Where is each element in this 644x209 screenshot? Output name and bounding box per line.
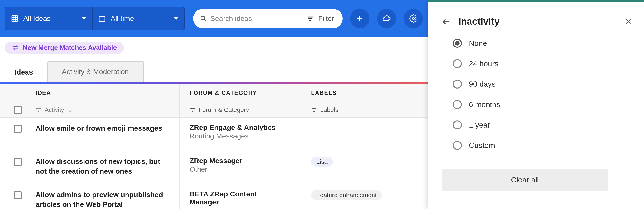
radio-icon <box>453 100 462 109</box>
select-all-checkbox[interactable] <box>14 106 22 114</box>
table-filter-row: Activity Forum & Category Labels <box>0 102 428 118</box>
clear-all-button[interactable]: Clear all <box>442 169 608 191</box>
radio-label: 1 year <box>469 121 490 129</box>
radio-option-90-days[interactable]: 90 days <box>453 80 630 89</box>
activity-label: Activity <box>44 106 64 114</box>
swap-icon <box>12 44 19 51</box>
svg-rect-26 <box>313 111 315 112</box>
radio-option-none[interactable]: None <box>453 39 630 48</box>
labels-filter-label: Labels <box>320 106 338 114</box>
add-button[interactable] <box>350 9 370 28</box>
filter-button[interactable]: Filter <box>298 9 343 28</box>
settings-button[interactable] <box>404 9 423 28</box>
grid-icon <box>11 15 18 22</box>
svg-rect-25 <box>312 110 315 110</box>
table-header-row: IDEA FORUM & CATEGORY LABELS <box>0 84 428 102</box>
svg-point-16 <box>412 17 414 20</box>
row-checkbox[interactable] <box>14 158 22 166</box>
close-button[interactable] <box>624 18 632 26</box>
search-filter-pill: Filter <box>193 9 343 28</box>
panel-header: Inactivity <box>428 2 644 36</box>
radio-option-6-months[interactable]: 6 months <box>453 100 630 109</box>
search-input[interactable] <box>210 15 291 23</box>
cloud-icon <box>382 14 391 23</box>
svg-rect-12 <box>308 18 312 19</box>
search-icon <box>200 15 207 22</box>
svg-rect-17 <box>36 108 40 109</box>
all-ideas-dropdown[interactable]: All Ideas <box>5 7 92 30</box>
radio-option-1-year[interactable]: 1 year <box>453 120 630 129</box>
tab-ideas-label: Ideas <box>15 68 33 76</box>
table-row[interactable]: Allow smile or frown emoji messages ZRep… <box>0 118 428 151</box>
svg-rect-0 <box>12 16 18 21</box>
radio-label: None <box>469 39 487 48</box>
tab-activity-moderation[interactable]: Activity & Moderation <box>48 61 144 82</box>
close-icon <box>624 18 632 26</box>
radio-icon <box>453 141 462 150</box>
tab-bar: Ideas Activity & Moderation <box>0 61 179 82</box>
back-button[interactable] <box>442 17 450 26</box>
search-section[interactable] <box>193 9 298 28</box>
chevron-down-icon <box>82 17 86 20</box>
forum-category: Routing Messages <box>190 132 288 140</box>
all-time-dropdown[interactable]: All time <box>92 7 184 30</box>
radio-label: 90 days <box>469 80 496 89</box>
calendar-icon <box>98 15 106 22</box>
filter-icon <box>36 107 41 113</box>
radio-icon <box>453 39 462 48</box>
svg-rect-21 <box>190 108 194 109</box>
filter-icon <box>307 15 314 22</box>
row-checkbox[interactable] <box>14 125 22 132</box>
forum-filter[interactable]: Forum & Category <box>179 102 298 117</box>
gear-icon <box>409 15 418 23</box>
all-ideas-label: All Ideas <box>23 15 50 23</box>
merge-banner-label: New Merge Matches Available <box>23 44 117 52</box>
svg-rect-23 <box>192 111 193 112</box>
svg-rect-5 <box>99 16 105 21</box>
radio-label: 6 months <box>469 100 500 109</box>
svg-rect-13 <box>310 20 311 21</box>
svg-rect-19 <box>38 111 39 112</box>
forum-category: Other <box>190 165 288 173</box>
all-time-label: All time <box>110 15 134 23</box>
view-dropdown-group: All Ideas All time <box>5 7 184 30</box>
label-chip[interactable]: Lisa <box>311 157 333 167</box>
inactivity-options: None 24 hours 90 days 6 months 1 year Cu… <box>428 36 644 159</box>
merge-banner-area: New Merge Matches Available <box>0 37 428 59</box>
activity-sort[interactable]: Activity <box>36 102 179 117</box>
svg-rect-18 <box>37 110 40 110</box>
label-chip[interactable]: Feature enhancement <box>311 190 382 200</box>
radio-label: Custom <box>469 141 495 150</box>
svg-rect-11 <box>308 16 313 17</box>
table-row[interactable]: Allow admins to preview unpublished arti… <box>0 184 428 209</box>
svg-rect-24 <box>312 108 316 109</box>
tab-ideas[interactable]: Ideas <box>0 62 48 82</box>
svg-rect-22 <box>191 110 194 110</box>
radio-option-24-hours[interactable]: 24 hours <box>453 59 630 68</box>
panel-title: Inactivity <box>458 16 616 27</box>
cloud-button[interactable] <box>377 9 396 28</box>
top-toolbar: All Ideas All time Filter <box>0 0 428 37</box>
filter-icon <box>190 107 195 113</box>
labels-filter[interactable]: Labels <box>298 102 427 117</box>
th-idea: IDEA <box>36 90 51 96</box>
forum-name: ZRep Engage & Analytics <box>190 123 288 132</box>
filter-label: Filter <box>318 15 334 23</box>
svg-point-9 <box>201 16 205 20</box>
merge-matches-pill[interactable]: New Merge Matches Available <box>5 42 124 54</box>
filter-icon <box>311 107 317 113</box>
ideas-table: IDEA FORUM & CATEGORY LABELS Activity Fo… <box>0 84 428 209</box>
arrow-down-icon <box>68 107 72 113</box>
radio-icon <box>453 80 462 89</box>
idea-title: Allow smile or frown emoji messages <box>36 123 170 133</box>
row-checkbox[interactable] <box>14 191 22 199</box>
inactivity-panel: Inactivity None 24 hours 90 days 6 month… <box>428 0 644 209</box>
radio-label: 24 hours <box>469 59 498 68</box>
svg-line-10 <box>204 19 206 21</box>
radio-icon <box>453 59 462 68</box>
tab-activity-label: Activity & Moderation <box>62 68 129 76</box>
radio-icon <box>453 120 462 129</box>
table-row[interactable]: Allow discussions of new topics, but not… <box>0 151 428 184</box>
forum-name: ZRep Messager <box>190 157 288 165</box>
radio-option-custom[interactable]: Custom <box>453 141 630 150</box>
